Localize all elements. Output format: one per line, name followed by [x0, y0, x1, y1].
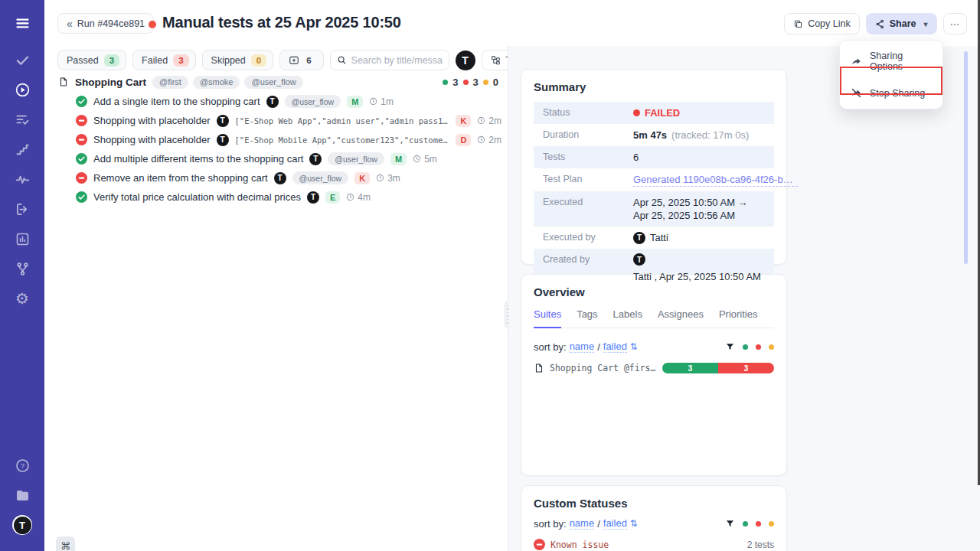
assignee-avatar: T [217, 134, 229, 146]
assignee-avatar: T [309, 153, 322, 165]
legend-passed-dot-icon [743, 344, 748, 350]
suite-tag[interactable]: @user_flow [244, 76, 302, 89]
menu-item-sharing-options[interactable]: Sharing Options [840, 43, 942, 80]
comments-filter-button[interactable]: 6 [279, 50, 323, 70]
chevrons-left-icon: « [67, 18, 73, 30]
summary-row-label: Status [543, 106, 633, 118]
branches-icon [15, 261, 31, 277]
copy-link-button[interactable]: Copy Link [784, 13, 860, 34]
runs-icon [15, 82, 31, 98]
legend-passed-dot-icon [743, 521, 748, 527]
assignee-avatar: T [274, 172, 286, 184]
tab-assignees[interactable]: Assignees [658, 308, 704, 328]
user-avatar: T [633, 253, 645, 266]
suite-tag[interactable]: @smoke [193, 76, 240, 89]
test-status-failed-icon [76, 115, 87, 126]
custom-statuses-card: Custom Statuses sort by: name / failed ⇅ [521, 485, 787, 551]
test-tag[interactable]: @user_flow [328, 152, 384, 165]
sidebar-item-import[interactable] [9, 196, 35, 222]
suite-row[interactable]: Shopping Cart @first@smoke@user_flow 3 3… [44, 72, 508, 92]
stop-sharing-icon [851, 87, 862, 99]
overview-card: Overview SuitesTagsLabelsAssigneesPriori… [521, 274, 787, 476]
summary-row: Tests 6 [534, 146, 774, 168]
sort-direction-icon[interactable]: ⇅ [630, 518, 638, 529]
sort-by-name-link[interactable]: name [570, 341, 595, 353]
tab-suites[interactable]: Suites [534, 308, 561, 328]
sidebar-item-pulse[interactable] [9, 166, 35, 192]
bar-segment-passed: 3 [662, 363, 718, 373]
summary-title: Summary [534, 80, 774, 93]
overview-suite-row[interactable]: Shopping Cart @first @smoke … 33 [534, 363, 774, 373]
import-icon [15, 201, 31, 217]
sidebar-item-analytics[interactable] [9, 226, 35, 252]
test-tag[interactable]: @user_flow [285, 95, 341, 108]
sort-by-failed-link[interactable]: failed [603, 517, 627, 530]
sidebar-item-tests[interactable] [9, 47, 35, 73]
test-status-failed-icon [76, 172, 87, 184]
sidebar-item-help[interactable]: ? [9, 452, 35, 478]
more-actions-button[interactable]: ⋯ [943, 13, 968, 34]
clock-icon [477, 116, 485, 125]
summary-row: Duration 5m 47s (tracked: 17m 0s) [534, 124, 774, 146]
sort-by-name-link[interactable]: name [570, 517, 595, 530]
filter-passed-button[interactable]: Passed 3 [57, 50, 126, 70]
failed-dot-icon [463, 80, 469, 85]
scrollbar-thumb[interactable] [964, 51, 968, 264]
back-button-label: Run #494ce891 [77, 18, 145, 29]
sidebar-item-settings[interactable]: ⚙ [9, 285, 35, 311]
funnel-filter-icon[interactable] [725, 519, 735, 529]
user-avatar[interactable]: T [456, 51, 475, 70]
suite-tag[interactable]: @first [152, 76, 188, 89]
menu-item-stop-sharing[interactable]: Stop Sharing [840, 80, 942, 106]
custom-status-badge: D [456, 134, 471, 146]
test-tag[interactable]: @user_flow [292, 171, 349, 184]
tests-list: Add a single item to the shopping cart T… [44, 92, 508, 207]
sidebar-item-projects-folder[interactable] [9, 482, 35, 508]
share-icon [875, 19, 885, 29]
share-button[interactable]: Share ▾ [866, 13, 937, 34]
sidebar-item-profile-logo[interactable]: T [9, 512, 35, 538]
legend-failed-dot-icon [756, 521, 761, 527]
clock-icon [477, 135, 485, 144]
assignee-avatar: T [307, 191, 319, 204]
keyboard-shortcut-badge[interactable]: ⌘ [56, 536, 75, 551]
summary-row-label: Created by [543, 253, 633, 265]
overview-suite-label: Shopping Cart @first @smoke … [550, 363, 657, 373]
test-row[interactable]: Remove an item from the shopping cart T … [44, 168, 508, 187]
tab-labels[interactable]: Labels [613, 308, 642, 328]
sort-direction-icon[interactable]: ⇅ [630, 341, 638, 352]
test-row[interactable]: Add a single item to the shopping cart T… [44, 92, 508, 111]
tab-priorities[interactable]: Priorities [719, 308, 758, 328]
sort-by-failed-link[interactable]: failed [603, 341, 627, 353]
settings-icon: ⚙ [15, 291, 29, 306]
funnel-filter-icon[interactable] [725, 342, 735, 352]
test-title: Verify total price calculation with deci… [93, 191, 301, 203]
custom-statuses-title: Custom Statuses [534, 497, 774, 510]
sidebar-item-menu[interactable] [9, 10, 35, 36]
sidebar-item-branches[interactable] [9, 256, 35, 282]
sidebar-item-test-plans[interactable] [9, 106, 35, 132]
test-row[interactable]: Verify total price calculation with deci… [44, 187, 508, 207]
filter-failed-button[interactable]: Failed 3 [132, 50, 195, 70]
sidebar-item-runs[interactable] [9, 77, 35, 103]
sidebar-item-steps[interactable] [9, 136, 35, 162]
test-row[interactable]: Shopping with placeholder T ["E-Shop Mob… [44, 130, 508, 149]
custom-statuses-rows: Known issue 2 tests [534, 539, 774, 550]
test-status-passed-icon [76, 191, 87, 203]
test-plan-link[interactable]: Generated 1190e08b-ca96-4f26-b10f-d6dc… [633, 173, 798, 187]
summary-row: Executed by TTatti [534, 227, 774, 249]
clock-icon [369, 97, 377, 106]
test-title: Add a single item to the shopping cart [93, 96, 260, 107]
search-input[interactable] [351, 55, 443, 66]
filter-bar: Passed 3 Failed 3 Skipped 0 6 T [57, 50, 557, 70]
copy-icon [793, 19, 803, 29]
share-label: Share [890, 18, 916, 29]
tab-tags[interactable]: Tags [577, 308, 597, 328]
test-row[interactable]: Add multiple different items to the shop… [44, 149, 508, 168]
custom-status-row[interactable]: Known issue 2 tests [534, 539, 774, 550]
custom-statuses-sort-row: sort by: name / failed ⇅ [534, 517, 774, 530]
test-row[interactable]: Shopping with placeholder T ["E-Shop Web… [44, 111, 508, 130]
back-to-run-button[interactable]: « Run #494ce891 [57, 13, 154, 34]
filter-skipped-button[interactable]: Skipped 0 [202, 50, 274, 70]
test-title: Add multiple different items to the shop… [93, 153, 303, 165]
